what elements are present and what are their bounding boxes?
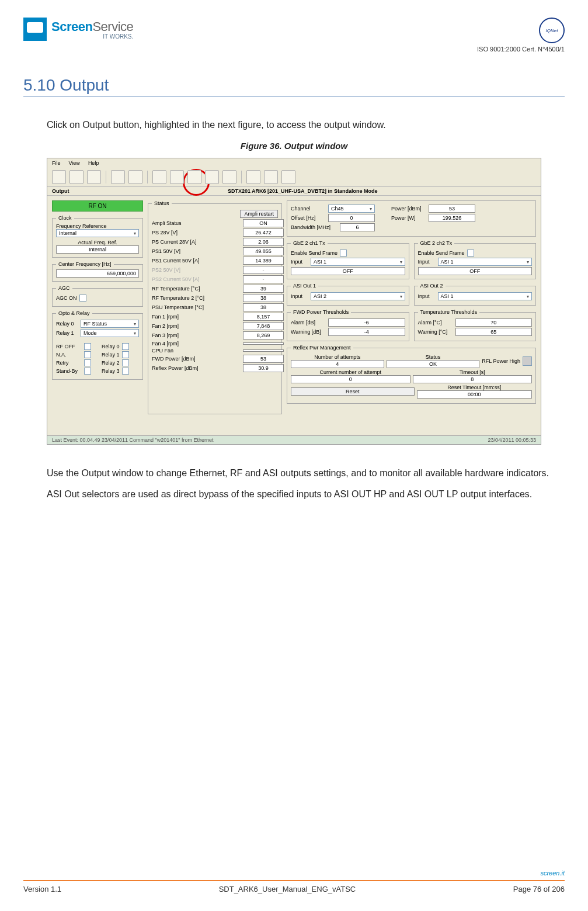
asi1-group: ASI Out 1 InputASI 2 bbox=[287, 283, 409, 306]
status-row-label: Fan 3 [rpm] bbox=[152, 332, 239, 338]
na-label: N.A. bbox=[56, 352, 82, 358]
reflex-legend: Reflex Pwr Management bbox=[291, 345, 353, 351]
relay3-led bbox=[122, 368, 129, 375]
intro-text: Click on Output button, highlighted in t… bbox=[47, 120, 565, 130]
gbe1-input-select[interactable]: ASI 1 bbox=[311, 258, 405, 266]
status-row-value: 38 bbox=[243, 294, 284, 302]
retry-led bbox=[84, 359, 91, 366]
status-row-label: FWD Power [dBm] bbox=[152, 356, 239, 362]
status-row-value: 26.472 bbox=[243, 228, 284, 237]
status-row-label: CPU Fan bbox=[152, 348, 239, 354]
relay0b-led bbox=[122, 343, 129, 350]
dvbt2-icon[interactable] bbox=[152, 170, 166, 184]
agc-on-checkbox[interactable] bbox=[79, 295, 86, 302]
gbe1-off: OFF bbox=[291, 267, 405, 275]
status-row-value: 38 bbox=[243, 303, 284, 311]
channel-value: Ch45 bbox=[331, 206, 344, 212]
open-icon[interactable] bbox=[87, 170, 101, 184]
toolbar bbox=[47, 168, 541, 187]
offset-value[interactable]: 0 bbox=[328, 214, 375, 222]
status-row-value: 53 bbox=[243, 355, 284, 363]
asi2-input-select[interactable]: ASI 1 bbox=[438, 292, 533, 300]
gbe2-enable-checkbox[interactable] bbox=[467, 250, 474, 257]
page-header: ScreenService IT WORKS. ISO 9001:2000 Ce… bbox=[23, 18, 565, 53]
status-row-value: - bbox=[243, 275, 284, 283]
toolbar-separator bbox=[106, 171, 106, 183]
output-icon[interactable] bbox=[205, 170, 219, 184]
relay1b-label: Relay 1 bbox=[102, 352, 120, 358]
freq-ref-value: Internal bbox=[59, 230, 76, 236]
relay0-select[interactable]: RF Status bbox=[81, 320, 139, 328]
clock-legend: Clock bbox=[56, 215, 74, 221]
power-dbm-value[interactable]: 53 bbox=[429, 205, 475, 213]
relay1-select[interactable]: Mode bbox=[81, 329, 139, 337]
gbe1-enable-label: Enable Send Frame bbox=[291, 250, 338, 256]
freq-ref-select[interactable]: Internal bbox=[56, 229, 139, 237]
iso-cert-text: ISO 9001:2000 Cert. N°4500/1 bbox=[477, 46, 565, 53]
status-group: Status Ampli restart Ampli StatusONPS 28… bbox=[148, 200, 282, 414]
status-row-label: Fan 1 [rpm] bbox=[152, 314, 239, 320]
relay1-value: Mode bbox=[83, 330, 97, 336]
temp-thr-group: Temperature Thresholds Alarm [°C]70 Warn… bbox=[414, 309, 537, 341]
iqnet-badge-icon bbox=[539, 18, 565, 43]
refresh-icon[interactable] bbox=[246, 170, 260, 184]
ampli-restart-button[interactable]: Ampli restart bbox=[240, 210, 278, 218]
save-icon[interactable] bbox=[69, 170, 83, 184]
center-freq-input[interactable]: 659,000,000 bbox=[56, 269, 139, 278]
reflex-timeout-value[interactable]: 8 bbox=[413, 375, 533, 383]
notes-icon[interactable] bbox=[281, 170, 295, 184]
status-legend: Status bbox=[152, 200, 172, 206]
gbe1-group: GbE 2 ch1 Tx Enable Send Frame InputASI … bbox=[287, 240, 409, 279]
status-row-value bbox=[243, 342, 284, 345]
home-icon[interactable] bbox=[111, 170, 125, 184]
status-row-value: 30.9 bbox=[243, 364, 284, 372]
status-row-value: 14.389 bbox=[243, 257, 284, 265]
logo-text: ScreenService bbox=[51, 19, 133, 34]
reflex-status-label: Status bbox=[387, 354, 480, 360]
temp-alarm-value[interactable]: 70 bbox=[455, 318, 533, 327]
status-row-label: Fan 4 [rpm] bbox=[152, 341, 239, 347]
menu-view[interactable]: View bbox=[69, 160, 80, 166]
reflex-attempts-value[interactable]: 4 bbox=[291, 360, 384, 368]
app-statusbar: Last Event: 00.04.49 23/04/2011 Command … bbox=[47, 435, 541, 444]
offset-label: Offset [Hz] bbox=[291, 215, 326, 221]
relay1b-led bbox=[122, 351, 129, 358]
box-icon[interactable] bbox=[128, 170, 142, 184]
gbe1-input-value: ASI 1 bbox=[314, 259, 326, 265]
fwd-warn-value[interactable]: -4 bbox=[328, 328, 405, 336]
temp-thr-legend: Temperature Thresholds bbox=[418, 309, 479, 315]
opto-legend: Opto & Relay bbox=[56, 310, 92, 316]
menu-help[interactable]: Help bbox=[88, 160, 99, 166]
center-freq-group: Center Frequency [Hz] 659,000,000 bbox=[52, 261, 143, 282]
relay3-label: Relay 3 bbox=[102, 368, 120, 374]
gbe2-input-select[interactable]: ASI 1 bbox=[438, 258, 533, 266]
toolbar-separator bbox=[147, 171, 148, 183]
loop-icon[interactable] bbox=[222, 170, 236, 184]
rf-output-group: Channel Ch45 Power [dBm] 53 Offset [Hz] … bbox=[287, 200, 536, 237]
footer-doc: SDT_ARK6_User_Manual_ENG_vATSC bbox=[219, 885, 356, 893]
power-w-label: Power [W] bbox=[391, 215, 426, 221]
na-led bbox=[84, 351, 91, 358]
delete-icon[interactable] bbox=[264, 170, 278, 184]
menu-file[interactable]: File bbox=[52, 160, 61, 166]
gbe1-input-label: Input bbox=[291, 259, 308, 265]
fwd-alarm-value[interactable]: -6 bbox=[328, 318, 405, 327]
asi1-input-select[interactable]: ASI 2 bbox=[311, 292, 405, 300]
retry-label: Retry bbox=[56, 360, 82, 366]
rfl-high-led bbox=[523, 356, 532, 366]
tool-icon[interactable] bbox=[52, 170, 66, 184]
reset-button[interactable]: Reset bbox=[291, 387, 415, 396]
temp-warn-value[interactable]: 65 bbox=[455, 328, 533, 336]
channel-label: Channel bbox=[291, 206, 326, 212]
footer-page: Page 76 of 206 bbox=[513, 885, 565, 893]
rfoff-led bbox=[84, 343, 91, 350]
status-row-label: PS2 Current 50V [A] bbox=[152, 276, 239, 282]
eth-icon[interactable] bbox=[187, 170, 201, 184]
status-row-value: 8,157 bbox=[243, 313, 284, 321]
channel-select[interactable]: Ch45 bbox=[328, 205, 375, 213]
gbe1-enable-checkbox[interactable] bbox=[340, 250, 347, 257]
asi1-input-value: ASI 2 bbox=[314, 293, 326, 299]
asi-icon[interactable] bbox=[170, 170, 184, 184]
agc-group: AGC AGC ON bbox=[52, 285, 143, 307]
gbe2-off: OFF bbox=[418, 267, 533, 275]
